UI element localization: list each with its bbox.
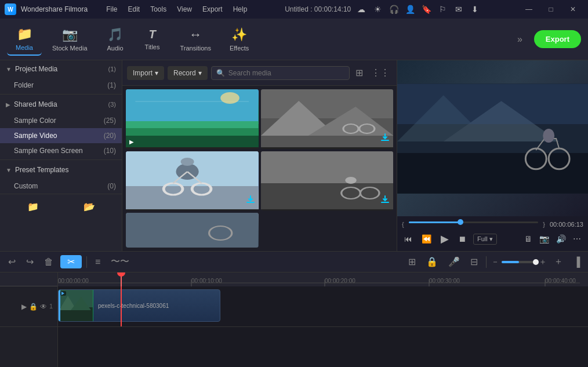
tl-separator2	[486, 256, 487, 268]
media-item-travel04[interactable]: Travel 04	[261, 151, 394, 211]
track-row-main: pexels-c-technical-5803061	[58, 286, 588, 327]
effects-label: Effects	[230, 45, 249, 52]
sidebar-bottom-bar: 📁 📂	[0, 194, 122, 219]
window-controls: — □ ✕	[518, 0, 583, 19]
bookmark-icon[interactable]: 🔖	[420, 5, 432, 14]
sun-icon[interactable]: ☀	[372, 5, 383, 14]
add-track-button[interactable]: ＋	[550, 254, 567, 270]
lock-button[interactable]: 🔒	[423, 255, 441, 269]
clip-thumb	[59, 290, 93, 321]
sidebar-item-folder[interactable]: Folder (1)	[0, 78, 122, 93]
sidebar-header-shared-media[interactable]: ▶ Shared Media (3)	[0, 96, 122, 113]
preview-progress-fill	[409, 221, 460, 223]
media-thumb-extra	[126, 213, 259, 248]
preview-more-icon[interactable]: ⋯	[571, 233, 583, 245]
preview-snapshot-icon[interactable]: 📷	[537, 233, 551, 245]
preview-panel: { } 00:00:06:13 ⏮ ⏪ ▶ ⏹ Full ▾ 🖥 📷 �	[397, 60, 588, 251]
sidebar-item-custom[interactable]: Custom (0)	[0, 179, 122, 194]
sidebar-item-sample-color[interactable]: Sample Color (25)	[0, 113, 122, 128]
cut-button-wrapper[interactable]: ✂	[60, 255, 82, 268]
record-button[interactable]: Record ▾	[168, 66, 208, 80]
preview-stop-button[interactable]: ⏹	[456, 233, 469, 245]
sidebar: ▼ Project Media (1) Folder (1) ▶ Shared …	[0, 60, 122, 251]
filter-icon[interactable]: ⊞	[353, 65, 365, 81]
menu-export[interactable]: Export	[198, 4, 227, 14]
media-thumb-travel05	[126, 151, 259, 209]
zoom-slider[interactable]	[502, 261, 536, 263]
left-bracket[interactable]: {	[402, 221, 404, 228]
toolbar-audio[interactable]: 🎵 Audio	[98, 24, 133, 55]
project-title: Untitled : 00:00:14:10	[285, 5, 351, 13]
export-button[interactable]: Export	[534, 30, 581, 48]
svg-rect-33	[397, 152, 588, 193]
settings-button[interactable]: ≡	[92, 255, 104, 269]
track-play-icon[interactable]: ▶	[21, 303, 27, 311]
cut-button[interactable]: ✂	[64, 255, 78, 268]
clip-label: pexels-c-technical-5803061	[93, 303, 173, 309]
beach-label: Beach	[126, 147, 259, 149]
menu-view[interactable]: View	[172, 4, 197, 14]
preview-volume-icon[interactable]: 🔊	[554, 233, 568, 245]
toolbar-media[interactable]: 📁 Media	[7, 23, 42, 56]
track-lock-icon[interactable]: 🔒	[29, 303, 38, 311]
close-button[interactable]: ✕	[562, 0, 583, 19]
transitions-icon: ↔	[189, 27, 202, 42]
playhead[interactable]	[121, 272, 122, 286]
track-clip-main[interactable]: pexels-c-technical-5803061	[58, 289, 220, 322]
toolbar-titles[interactable]: T Titles	[135, 24, 170, 54]
flag-icon[interactable]: ⚐	[437, 5, 448, 14]
snap-button[interactable]: ⊞	[405, 255, 419, 269]
timeline-area: ↩ ↪ 🗑 ✂ ≡ 〜〜 ⊞ 🔒 🎤 ⊟ － ＋ ＋ ▐	[0, 251, 588, 367]
audio-wave-button[interactable]: 〜〜	[107, 254, 133, 270]
headphone-icon[interactable]: 🎧	[388, 5, 400, 14]
person-icon[interactable]: 👤	[404, 5, 416, 14]
preview-monitor-icon[interactable]: 🖥	[522, 233, 535, 245]
redo-button[interactable]: ↪	[23, 255, 37, 269]
sidebar-header-project-media[interactable]: ▼ Project Media (1)	[0, 60, 122, 78]
minimize-button[interactable]: —	[518, 0, 539, 19]
svg-point-4	[220, 92, 239, 104]
sidebar-header-preset-templates[interactable]: ▼ Preset Templates	[0, 161, 122, 179]
sidebar-new-folder-icon[interactable]: 📁	[23, 199, 43, 215]
media-item-beach[interactable]: ▶ Beach	[126, 89, 259, 149]
preview-play-button[interactable]: ▶	[438, 231, 451, 246]
menu-edit[interactable]: Edit	[124, 4, 145, 14]
mail-icon[interactable]: ✉	[453, 5, 464, 14]
track-label-main: ▶ 🔒 👁 1	[0, 286, 57, 327]
zoom-out-icon[interactable]: －	[491, 257, 499, 267]
undo-button[interactable]: ↩	[5, 255, 19, 269]
download-icon[interactable]: ⬇	[469, 5, 481, 14]
menu-file[interactable]: File	[101, 4, 122, 14]
menu-help[interactable]: Help	[228, 4, 252, 14]
preview-extra-buttons: 🖥 📷 🔊 ⋯	[522, 233, 583, 245]
sidebar-import-icon[interactable]: 📂	[79, 199, 100, 215]
zoom-in-icon[interactable]: ＋	[539, 257, 547, 267]
toolbar-effects[interactable]: ✨ Effects	[222, 24, 257, 55]
import-button[interactable]: Import ▾	[127, 66, 164, 80]
track-eye-icon[interactable]: 👁	[40, 303, 47, 311]
cloud-icon[interactable]: ☁	[355, 5, 367, 14]
sidebar-item-sample-video[interactable]: Sample Video (20)	[0, 128, 122, 143]
split-button[interactable]: ⊟	[467, 255, 481, 269]
mic-button[interactable]: 🎤	[445, 255, 463, 269]
preview-quality-select[interactable]: Full ▾	[473, 234, 497, 245]
toolbar-transitions[interactable]: ↔ Transitions	[172, 24, 219, 55]
preview-step-back-button[interactable]: ⏪	[419, 233, 434, 245]
search-box[interactable]: 🔍	[211, 66, 350, 80]
preview-rewind-button[interactable]: ⏮	[402, 233, 415, 245]
sidebar-item-sample-green-screen[interactable]: Sample Green Screen (10)	[0, 143, 122, 158]
grid-view-icon[interactable]: ⋮⋮	[369, 65, 392, 81]
media-item-extra[interactable]	[126, 213, 259, 248]
panel-toggle-button[interactable]: ▐	[570, 255, 583, 269]
media-item-travel05[interactable]: Travel 05	[126, 151, 259, 211]
right-bracket[interactable]: }	[543, 221, 545, 228]
menu-bar: File Edit Tools View Export Help	[101, 4, 252, 14]
menu-tools[interactable]: Tools	[146, 4, 171, 14]
maximize-button[interactable]: □	[540, 0, 561, 19]
media-item-travel06[interactable]: Travel 06	[261, 89, 394, 149]
preview-progress-bar[interactable]	[409, 221, 539, 223]
delete-button[interactable]: 🗑	[41, 255, 57, 269]
toolbar-stock-media[interactable]: 📷 Stock Media	[44, 24, 96, 55]
search-input[interactable]	[228, 69, 344, 77]
toolbar-expand-button[interactable]: »	[513, 32, 527, 47]
